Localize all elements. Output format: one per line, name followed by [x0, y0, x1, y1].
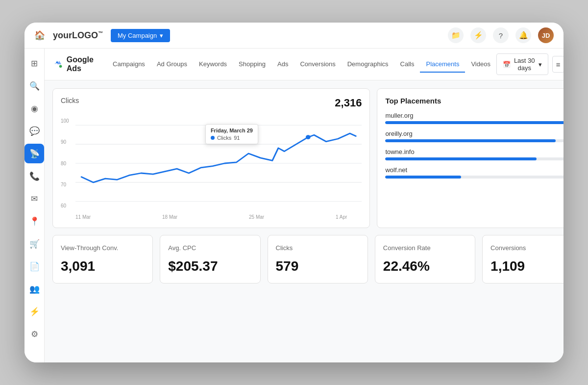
top-header: 🏠 yourLOGO™ My Campaign ▾ 📁 ⚡ ? 🔔 JD	[24, 23, 564, 49]
lightning-button[interactable]: ⚡	[470, 27, 486, 43]
metric-card-clicks: Clicks 579	[268, 235, 368, 283]
help-button[interactable]: ?	[493, 27, 509, 43]
metric-card-vtc: View-Through Conv. 3,091	[52, 235, 153, 283]
metric-label-cpc: Avg. CPC	[168, 244, 252, 252]
placement-item-3: towne.info 17	[385, 148, 564, 160]
sidebar-item-shopping[interactable]: 🛒	[24, 234, 44, 254]
metric-label-vtc: View-Through Conv.	[61, 244, 145, 252]
metric-value-convrate: 22.46%	[383, 258, 467, 274]
tooltip-value: Clicks 91	[211, 135, 253, 141]
chart-title: Clicks	[61, 97, 79, 104]
sub-header-left: Google Ads Campaigns Ad Groups Keywords …	[54, 55, 496, 73]
tab-campaigns[interactable]: Campaigns	[107, 56, 151, 73]
campaign-label: My Campaign	[118, 32, 157, 39]
dropdown-icon: ▾	[160, 32, 163, 39]
metric-label-conversions: Conversions	[490, 244, 564, 252]
bar-fill-4	[385, 176, 461, 179]
logo-suffix: ™	[98, 30, 103, 36]
bar-track-3	[385, 157, 564, 160]
sidebar-item-placements[interactable]: 📡	[24, 144, 44, 163]
tab-placements[interactable]: Placements	[420, 56, 465, 73]
placement-domain-1: muller.org	[385, 112, 413, 119]
sidebar-item-location[interactable]: 📍	[24, 211, 44, 231]
device-frame: 🏠 yourLOGO™ My Campaign ▾ 📁 ⚡ ? 🔔 JD ⊞ 🔍…	[24, 23, 564, 362]
metric-card-convrate: Conversion Rate 22.46%	[375, 235, 475, 283]
sidebar-item-users[interactable]: 👥	[24, 279, 44, 299]
bottom-row: View-Through Conv. 3,091 Avg. CPC $205.3…	[52, 235, 564, 283]
sidebar-item-mail[interactable]: ✉	[24, 189, 44, 208]
metric-value-conversions: 1,109	[490, 258, 564, 274]
home-icon[interactable]: 🏠	[34, 30, 45, 41]
sidebar-item-phone[interactable]: 📞	[24, 166, 44, 186]
sidebar-item-reports[interactable]: 📄	[24, 257, 44, 276]
tooltip-date: Friday, March 29	[211, 128, 253, 133]
sidebar-item-search[interactable]: 🔍	[24, 76, 44, 96]
logo-prefix: your	[53, 30, 72, 40]
tab-shopping[interactable]: Shopping	[233, 56, 271, 73]
campaign-button[interactable]: My Campaign ▾	[111, 29, 170, 42]
placement-item-2: oreilly.org 18	[385, 130, 564, 142]
x-axis-labels: 11 Mar 18 Mar 25 Mar 1 Apr	[61, 212, 362, 220]
tab-ad-groups[interactable]: Ad Groups	[151, 56, 193, 73]
tab-calls[interactable]: Calls	[394, 56, 420, 73]
main-layout: ⊞ 🔍 ◉ 💬 📡 📞 ✉ 📍 🛒 📄 👥 ⚡ ⚙	[24, 49, 564, 362]
sub-header-right: 📅 Last 30 days ▾ ≡ ⤴	[496, 53, 564, 75]
placement-row-1: muller.org 19	[385, 112, 564, 119]
date-dropdown-icon: ▾	[539, 61, 542, 68]
sidebar-item-analytics[interactable]: ◉	[24, 99, 44, 118]
tooltip-number: 91	[234, 135, 240, 141]
google-ads-logo: Google Ads	[54, 55, 97, 73]
metric-card-conversions: Conversions 1,109	[482, 235, 564, 283]
placement-row-4: wolf.net 17	[385, 166, 564, 174]
tooltip-dot	[211, 136, 215, 140]
placement-item-4: wolf.net 17	[385, 166, 564, 179]
metric-label-convrate: Conversion Rate	[383, 244, 467, 252]
google-ads-label: Google Ads	[67, 55, 97, 73]
placement-domain-4: wolf.net	[385, 166, 407, 174]
metric-value-cpc: $205.37	[168, 258, 252, 274]
top-placements-card: Top Placements muller.org 19	[377, 88, 564, 228]
header-icons: 📁 ⚡ ? 🔔 JD	[448, 27, 554, 43]
bar-track-2	[385, 139, 564, 142]
metric-value-vtc: 3,091	[61, 258, 145, 274]
tab-conversions[interactable]: Conversions	[294, 56, 341, 73]
sidebar-item-lightning[interactable]: ⚡	[24, 302, 44, 321]
google-ads-icon	[54, 58, 63, 70]
sub-header: Google Ads Campaigns Ad Groups Keywords …	[45, 49, 564, 80]
top-row: Clicks 2,316 100 90 80 70 60	[52, 88, 564, 228]
logo-area: 🏠 yourLOGO™ My Campaign ▾	[34, 29, 170, 42]
avatar[interactable]: JD	[538, 27, 554, 43]
date-range-label: Last 30 days	[514, 57, 536, 72]
logo: yourLOGO™	[53, 30, 103, 41]
bar-fill-2	[385, 139, 555, 142]
calendar-icon: 📅	[503, 61, 511, 68]
placements-title: Top Placements	[385, 97, 564, 105]
bar-fill-1	[385, 121, 564, 124]
clicks-chart-card: Clicks 2,316 100 90 80 70 60	[52, 88, 370, 228]
svg-point-6	[306, 135, 311, 139]
date-picker-button[interactable]: 📅 Last 30 days ▾	[496, 53, 548, 75]
tab-videos[interactable]: Videos	[465, 56, 496, 73]
nav-tabs: Campaigns Ad Groups Keywords Shopping Ad…	[107, 56, 496, 73]
sidebar-item-settings[interactable]: ⚙	[24, 324, 44, 344]
content-area: Google Ads Campaigns Ad Groups Keywords …	[45, 49, 564, 362]
chart-area: 100 90 80 70 60	[61, 114, 362, 212]
files-button[interactable]: 📁	[448, 27, 464, 43]
chart-header: Clicks 2,316	[61, 97, 362, 109]
tab-keywords[interactable]: Keywords	[193, 56, 233, 73]
placement-domain-3: towne.info	[385, 148, 414, 155]
tooltip-metric: Clicks	[217, 135, 231, 141]
bar-fill-3	[385, 157, 537, 160]
chart-tooltip: Friday, March 29 Clicks 91	[205, 124, 258, 144]
tab-demographics[interactable]: Demographics	[342, 56, 394, 73]
placement-domain-2: oreilly.org	[385, 130, 412, 137]
chart-total: 2,316	[335, 97, 362, 109]
tab-ads[interactable]: Ads	[271, 56, 294, 73]
metric-value-clicks: 579	[276, 258, 360, 274]
notifications-button[interactable]: 🔔	[515, 27, 531, 43]
sidebar-item-grid[interactable]: ⊞	[24, 53, 44, 73]
dashboard: Clicks 2,316 100 90 80 70 60	[45, 80, 564, 291]
metric-card-cpc: Avg. CPC $205.37	[160, 235, 260, 283]
sidebar-item-chat[interactable]: 💬	[24, 121, 44, 141]
columns-button[interactable]: ≡	[552, 56, 564, 73]
